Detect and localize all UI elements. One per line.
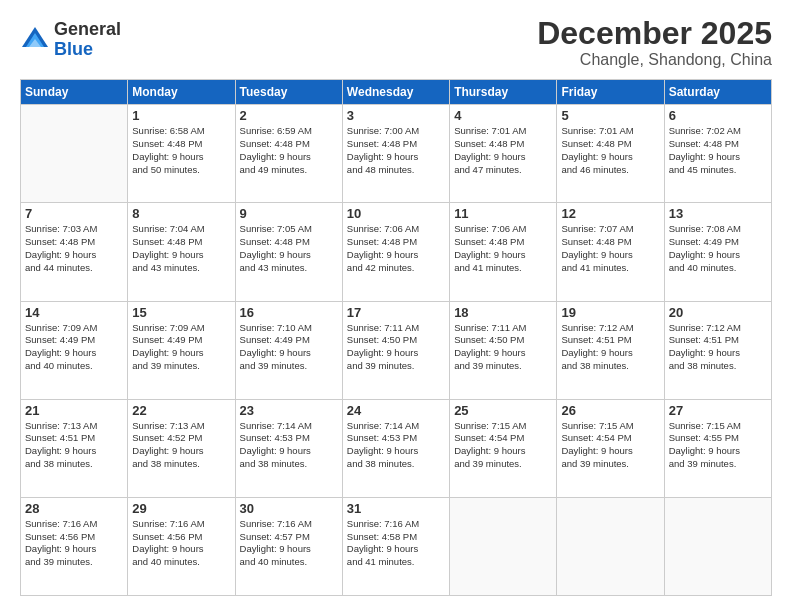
calendar-table: Sunday Monday Tuesday Wednesday Thursday… [20, 79, 772, 596]
page: General Blue December 2025 Changle, Shan… [0, 0, 792, 612]
day-number: 1 [132, 108, 230, 123]
day-info: Sunrise: 7:14 AM Sunset: 4:53 PM Dayligh… [240, 420, 338, 471]
day-info: Sunrise: 7:06 AM Sunset: 4:48 PM Dayligh… [454, 223, 552, 274]
day-number: 8 [132, 206, 230, 221]
calendar-cell: 13Sunrise: 7:08 AM Sunset: 4:49 PM Dayli… [664, 203, 771, 301]
col-wednesday: Wednesday [342, 80, 449, 105]
calendar-cell [664, 497, 771, 595]
col-thursday: Thursday [450, 80, 557, 105]
day-number: 14 [25, 305, 123, 320]
header-row: Sunday Monday Tuesday Wednesday Thursday… [21, 80, 772, 105]
day-number: 2 [240, 108, 338, 123]
day-number: 15 [132, 305, 230, 320]
calendar-cell: 25Sunrise: 7:15 AM Sunset: 4:54 PM Dayli… [450, 399, 557, 497]
day-info: Sunrise: 7:09 AM Sunset: 4:49 PM Dayligh… [132, 322, 230, 373]
day-number: 23 [240, 403, 338, 418]
calendar-cell: 31Sunrise: 7:16 AM Sunset: 4:58 PM Dayli… [342, 497, 449, 595]
logo-icon [20, 25, 50, 55]
day-number: 7 [25, 206, 123, 221]
col-saturday: Saturday [664, 80, 771, 105]
day-number: 25 [454, 403, 552, 418]
calendar-cell: 17Sunrise: 7:11 AM Sunset: 4:50 PM Dayli… [342, 301, 449, 399]
day-number: 9 [240, 206, 338, 221]
calendar-cell: 14Sunrise: 7:09 AM Sunset: 4:49 PM Dayli… [21, 301, 128, 399]
day-number: 24 [347, 403, 445, 418]
day-number: 27 [669, 403, 767, 418]
day-info: Sunrise: 7:01 AM Sunset: 4:48 PM Dayligh… [454, 125, 552, 176]
day-info: Sunrise: 7:11 AM Sunset: 4:50 PM Dayligh… [347, 322, 445, 373]
calendar-cell: 12Sunrise: 7:07 AM Sunset: 4:48 PM Dayli… [557, 203, 664, 301]
calendar-cell: 30Sunrise: 7:16 AM Sunset: 4:57 PM Dayli… [235, 497, 342, 595]
title-block: December 2025 Changle, Shandong, China [537, 16, 772, 69]
calendar-cell: 1Sunrise: 6:58 AM Sunset: 4:48 PM Daylig… [128, 105, 235, 203]
day-info: Sunrise: 7:13 AM Sunset: 4:52 PM Dayligh… [132, 420, 230, 471]
header: General Blue December 2025 Changle, Shan… [20, 16, 772, 69]
col-sunday: Sunday [21, 80, 128, 105]
day-number: 26 [561, 403, 659, 418]
calendar-cell: 26Sunrise: 7:15 AM Sunset: 4:54 PM Dayli… [557, 399, 664, 497]
calendar-cell: 8Sunrise: 7:04 AM Sunset: 4:48 PM Daylig… [128, 203, 235, 301]
day-info: Sunrise: 7:07 AM Sunset: 4:48 PM Dayligh… [561, 223, 659, 274]
day-info: Sunrise: 7:09 AM Sunset: 4:49 PM Dayligh… [25, 322, 123, 373]
day-number: 13 [669, 206, 767, 221]
day-number: 18 [454, 305, 552, 320]
calendar-cell: 16Sunrise: 7:10 AM Sunset: 4:49 PM Dayli… [235, 301, 342, 399]
day-number: 20 [669, 305, 767, 320]
day-info: Sunrise: 7:06 AM Sunset: 4:48 PM Dayligh… [347, 223, 445, 274]
day-info: Sunrise: 7:10 AM Sunset: 4:49 PM Dayligh… [240, 322, 338, 373]
day-info: Sunrise: 7:15 AM Sunset: 4:54 PM Dayligh… [454, 420, 552, 471]
logo-general: General [54, 20, 121, 40]
calendar-week-5: 28Sunrise: 7:16 AM Sunset: 4:56 PM Dayli… [21, 497, 772, 595]
calendar-cell [21, 105, 128, 203]
day-number: 30 [240, 501, 338, 516]
day-number: 21 [25, 403, 123, 418]
calendar-cell [450, 497, 557, 595]
day-info: Sunrise: 6:58 AM Sunset: 4:48 PM Dayligh… [132, 125, 230, 176]
calendar-cell [557, 497, 664, 595]
col-friday: Friday [557, 80, 664, 105]
calendar-title: December 2025 [537, 16, 772, 51]
calendar-cell: 28Sunrise: 7:16 AM Sunset: 4:56 PM Dayli… [21, 497, 128, 595]
day-info: Sunrise: 7:04 AM Sunset: 4:48 PM Dayligh… [132, 223, 230, 274]
calendar-cell: 11Sunrise: 7:06 AM Sunset: 4:48 PM Dayli… [450, 203, 557, 301]
calendar-cell: 18Sunrise: 7:11 AM Sunset: 4:50 PM Dayli… [450, 301, 557, 399]
calendar-cell: 21Sunrise: 7:13 AM Sunset: 4:51 PM Dayli… [21, 399, 128, 497]
day-info: Sunrise: 6:59 AM Sunset: 4:48 PM Dayligh… [240, 125, 338, 176]
day-number: 3 [347, 108, 445, 123]
logo: General Blue [20, 20, 121, 60]
calendar-cell: 7Sunrise: 7:03 AM Sunset: 4:48 PM Daylig… [21, 203, 128, 301]
day-info: Sunrise: 7:16 AM Sunset: 4:57 PM Dayligh… [240, 518, 338, 569]
day-number: 10 [347, 206, 445, 221]
day-number: 31 [347, 501, 445, 516]
day-info: Sunrise: 7:03 AM Sunset: 4:48 PM Dayligh… [25, 223, 123, 274]
day-info: Sunrise: 7:05 AM Sunset: 4:48 PM Dayligh… [240, 223, 338, 274]
day-info: Sunrise: 7:13 AM Sunset: 4:51 PM Dayligh… [25, 420, 123, 471]
calendar-cell: 29Sunrise: 7:16 AM Sunset: 4:56 PM Dayli… [128, 497, 235, 595]
day-number: 28 [25, 501, 123, 516]
calendar-cell: 23Sunrise: 7:14 AM Sunset: 4:53 PM Dayli… [235, 399, 342, 497]
day-number: 6 [669, 108, 767, 123]
day-info: Sunrise: 7:16 AM Sunset: 4:58 PM Dayligh… [347, 518, 445, 569]
calendar-cell: 9Sunrise: 7:05 AM Sunset: 4:48 PM Daylig… [235, 203, 342, 301]
day-number: 16 [240, 305, 338, 320]
day-info: Sunrise: 7:16 AM Sunset: 4:56 PM Dayligh… [132, 518, 230, 569]
calendar-cell: 19Sunrise: 7:12 AM Sunset: 4:51 PM Dayli… [557, 301, 664, 399]
day-number: 5 [561, 108, 659, 123]
logo-text: General Blue [54, 20, 121, 60]
day-number: 19 [561, 305, 659, 320]
calendar-cell: 4Sunrise: 7:01 AM Sunset: 4:48 PM Daylig… [450, 105, 557, 203]
day-number: 12 [561, 206, 659, 221]
day-info: Sunrise: 7:14 AM Sunset: 4:53 PM Dayligh… [347, 420, 445, 471]
calendar-cell: 22Sunrise: 7:13 AM Sunset: 4:52 PM Dayli… [128, 399, 235, 497]
day-info: Sunrise: 7:16 AM Sunset: 4:56 PM Dayligh… [25, 518, 123, 569]
day-number: 4 [454, 108, 552, 123]
col-tuesday: Tuesday [235, 80, 342, 105]
calendar-cell: 24Sunrise: 7:14 AM Sunset: 4:53 PM Dayli… [342, 399, 449, 497]
calendar-week-1: 1Sunrise: 6:58 AM Sunset: 4:48 PM Daylig… [21, 105, 772, 203]
calendar-cell: 5Sunrise: 7:01 AM Sunset: 4:48 PM Daylig… [557, 105, 664, 203]
day-number: 22 [132, 403, 230, 418]
calendar-week-2: 7Sunrise: 7:03 AM Sunset: 4:48 PM Daylig… [21, 203, 772, 301]
calendar-cell: 2Sunrise: 6:59 AM Sunset: 4:48 PM Daylig… [235, 105, 342, 203]
day-number: 11 [454, 206, 552, 221]
day-info: Sunrise: 7:12 AM Sunset: 4:51 PM Dayligh… [669, 322, 767, 373]
